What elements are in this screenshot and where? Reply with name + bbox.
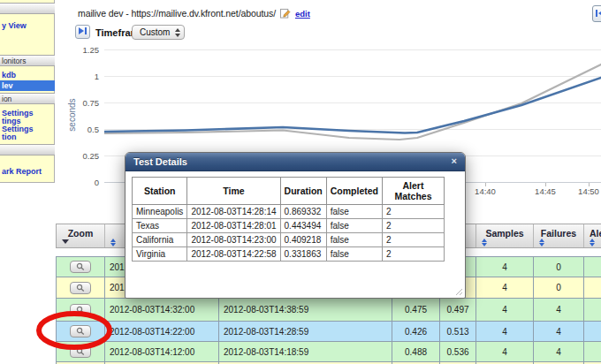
x-tick-label: 14:50 <box>574 186 601 196</box>
cell-alert <box>584 322 601 341</box>
zoom-button[interactable] <box>70 304 91 316</box>
y-tick-label: 1.25 <box>64 45 99 55</box>
cell-zoom <box>57 257 105 277</box>
cell-end-time: 2012-08-03T14:28:59 <box>219 322 392 341</box>
magnifier-icon <box>76 262 85 271</box>
zoom-button[interactable] <box>70 325 91 337</box>
cell-end-time: 2012-08-03T14:38:59 <box>219 299 392 321</box>
cell-station: Texas <box>133 219 187 233</box>
cell-alert-matches: 2 <box>383 219 445 233</box>
cell-value-2: 0.536 <box>440 342 476 361</box>
cell-time: 2012-08-03T14:22:58 <box>187 247 280 262</box>
magnifier-icon <box>76 284 85 292</box>
sidebar-item-dev-selected[interactable]: lev <box>0 80 55 91</box>
zoom-button[interactable] <box>70 282 91 294</box>
column-header-alert[interactable]: Alert <box>584 224 601 247</box>
test-details-row: Minneapolis 2012-08-03T14:28:14 0.869332… <box>133 205 445 219</box>
cell-start-time: 2012-08-03T14:22:00 <box>105 322 219 341</box>
cell-start-time: 2012-08-03T14:12:00 <box>105 342 219 361</box>
sidebar-section-header-monitors: lonitors <box>0 55 55 66</box>
cell-samples: 4 <box>476 257 534 277</box>
column-header-failures[interactable]: Failures <box>534 224 584 247</box>
app-window: y View lonitors kdb lev ion Settings tin… <box>0 0 601 364</box>
magnifier-icon <box>76 347 85 356</box>
cell-completed: false <box>326 247 382 262</box>
close-icon[interactable]: × <box>452 155 457 166</box>
column-header-label: Zoom <box>57 228 104 239</box>
cell-alert <box>584 299 601 321</box>
sort-icon[interactable] <box>110 239 116 246</box>
y-tick-label: 0.25 <box>64 151 99 161</box>
sidebar-section-header-reports <box>0 144 55 155</box>
cell-value-1: 0.475 <box>392 299 440 321</box>
cell-completed: false <box>326 219 382 233</box>
cell-samples: 4 <box>476 342 534 361</box>
table-row[interactable]: 2012-08-03T14:22:00 2012-08-03T14:28:59 … <box>57 322 601 342</box>
resize-handle[interactable] <box>454 287 463 296</box>
column-header-samples[interactable]: Samples <box>476 224 534 247</box>
cell-station: Minneapolis <box>133 205 187 219</box>
table-row[interactable]: 2012-08-03T14:32:00 2012-08-03T14:38:59 … <box>57 299 601 322</box>
sidebar-item-summary-view[interactable]: y View <box>0 21 55 30</box>
y-tick-label: 1 <box>64 72 99 81</box>
cell-samples: 4 <box>476 322 534 341</box>
test-details-row: Texas 2012-08-03T14:28:01 0.443494 false… <box>133 219 445 233</box>
zoom-button[interactable] <box>70 261 91 273</box>
dialog-body: Station Time Duration Completed Alert Ma… <box>126 171 465 267</box>
test-details-row: Virginia 2012-08-03T14:22:58 0.331863 fa… <box>133 247 445 262</box>
cell-alert-matches: 2 <box>383 247 445 262</box>
column-header-zoom[interactable]: Zoom <box>57 224 105 247</box>
cell-start-time: 2012-08-03T14:32:00 <box>105 299 219 321</box>
column-header-duration: Duration <box>280 178 326 205</box>
zoom-button[interactable] <box>70 345 91 358</box>
sort-icon[interactable] <box>539 239 544 246</box>
cell-failures: 4 <box>534 299 584 321</box>
test-details-dialog: Test Details × Station Time Duration Com… <box>125 152 466 299</box>
page-title: mailive dev - https://mailive.dv.kfront.… <box>78 8 276 19</box>
cell-value-2: 0.497 <box>440 299 476 321</box>
magnifier-icon <box>76 306 85 315</box>
sidebar-item-benchmark-report[interactable]: ark Report <box>0 167 55 176</box>
chart-line-blue <box>104 78 601 133</box>
edit-link[interactable]: edit <box>295 9 310 19</box>
cell-value-1: 0.426 <box>392 322 440 341</box>
collapse-panel-button[interactable] <box>592 5 601 22</box>
sort-desc-icon <box>62 239 69 244</box>
cell-duration: 0.869332 <box>280 205 326 219</box>
dialog-title: Test Details <box>133 156 187 167</box>
table-row[interactable]: 2012-08-03T14:12:00 2012-08-03T14:18:59 … <box>57 342 601 362</box>
cell-duration: 0.331863 <box>280 247 326 262</box>
column-header-station: Station <box>133 178 187 205</box>
x-tick-label: 14:45 <box>530 186 560 196</box>
column-header-time: Time <box>187 178 280 205</box>
cell-alert <box>584 257 601 277</box>
cell-time: 2012-08-03T14:28:14 <box>187 205 280 219</box>
column-header-label: Failures <box>534 228 583 239</box>
cell-zoom <box>57 299 105 321</box>
cell-alert-matches: 2 <box>383 205 445 219</box>
y-tick-label: 0.5 <box>64 125 99 134</box>
sidebar-section-header-configuration: ion <box>0 93 55 104</box>
column-header-alert-matches: Alert Matches <box>383 178 445 205</box>
cell-zoom <box>57 277 105 298</box>
test-details-table: Station Time Duration Completed Alert Ma… <box>132 177 445 262</box>
dialog-title-bar[interactable]: Test Details × <box>126 153 465 171</box>
sidebar: y View lonitors kdb lev ion Settings tin… <box>0 0 55 183</box>
cell-duration: 0.409218 <box>280 233 326 247</box>
cell-alert-matches: 2 <box>383 233 445 247</box>
timeframe-toggle-button[interactable] <box>75 25 90 39</box>
sidebar-item-settings-4[interactable]: tion <box>0 133 55 141</box>
sort-icon[interactable] <box>590 239 595 246</box>
y-tick-label: 0 <box>64 178 99 187</box>
cell-failures: 0 <box>534 277 584 298</box>
column-header-completed: Completed <box>326 178 382 205</box>
cell-station: California <box>133 233 187 247</box>
x-tick-label: 14:40 <box>470 186 500 196</box>
y-tick-label: 0.75 <box>64 98 99 108</box>
arrow-right-bar-icon <box>77 26 88 36</box>
sidebar-item-kdb[interactable]: kdb <box>0 71 55 80</box>
edit-icon[interactable] <box>280 8 291 19</box>
cell-completed: false <box>326 233 382 247</box>
sort-icon[interactable] <box>482 239 487 246</box>
cell-value-2: 0.513 <box>440 322 476 341</box>
